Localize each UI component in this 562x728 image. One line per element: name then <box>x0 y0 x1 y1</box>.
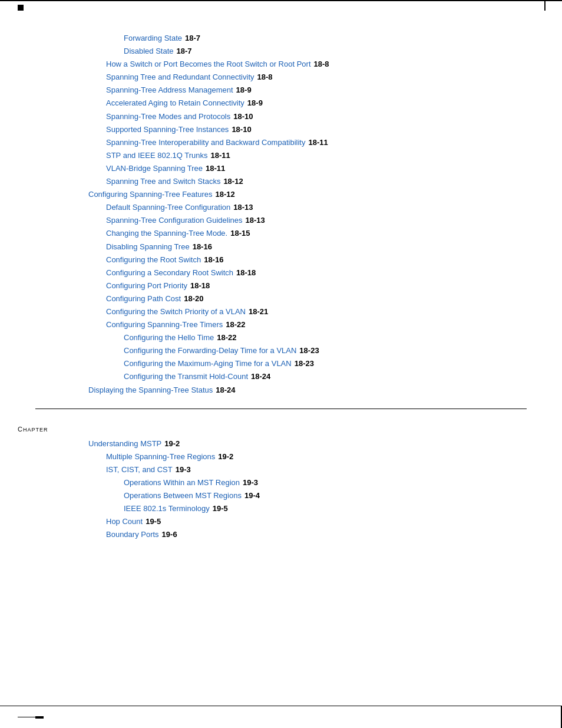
toc-link[interactable]: Configuring Port Priority <box>106 279 187 292</box>
toc-link[interactable]: Spanning-Tree Interoperability and Backw… <box>106 136 305 149</box>
toc-content: Forwarding State18-7Disabled State18-7Ho… <box>0 14 562 588</box>
toc-link[interactable]: Understanding MSTP <box>88 437 161 450</box>
toc-entry: Configuring Spanning-Tree Features18-12 <box>88 188 544 201</box>
toc-link[interactable]: Spanning-Tree Address Management <box>106 84 233 97</box>
page-num: 18-18 <box>190 279 210 292</box>
toc-entry: Spanning-Tree Configuration Guidelines18… <box>106 214 544 227</box>
toc-entry: Configuring Port Priority18-18 <box>106 279 544 292</box>
toc-link[interactable]: Configuring Path Cost <box>106 292 181 305</box>
toc-link[interactable]: STP and IEEE 802.1Q Trunks <box>106 149 207 162</box>
toc-entry: Displaying the Spanning-Tree Status18-24 <box>88 384 544 397</box>
toc-entry: VLAN-Bridge Spanning Tree18-11 <box>106 162 544 175</box>
page-num: 18-11 <box>206 162 225 175</box>
toc-entry: Configuring the Transmit Hold-Count18-24 <box>124 370 544 383</box>
toc-link[interactable]: Operations Within an MST Region <box>124 476 240 489</box>
toc-link[interactable]: How a Switch or Port Becomes the Root Sw… <box>106 58 311 71</box>
page-num: 18-16 <box>204 253 223 266</box>
toc-entry: Spanning-Tree Address Management18-9 <box>106 84 544 97</box>
page: Forwarding State18-7Disabled State18-7Ho… <box>0 0 562 728</box>
toc-entry: Configuring the Hello Time18-22 <box>124 331 544 344</box>
toc-link[interactable]: Displaying the Spanning-Tree Status <box>88 384 213 397</box>
page-num: 18-10 <box>232 123 251 136</box>
toc-link[interactable]: Configuring the Hello Time <box>124 331 214 344</box>
top-right-decoration <box>544 0 546 11</box>
toc-link[interactable]: Configuring the Root Switch <box>106 253 201 266</box>
toc-link[interactable]: VLAN-Bridge Spanning Tree <box>106 162 203 175</box>
page-num: 19-6 <box>162 528 177 541</box>
toc-entry: Configuring the Forwarding-Delay Time fo… <box>124 344 544 357</box>
toc-entry: Operations Within an MST Region19-3 <box>124 476 544 489</box>
toc-link[interactable]: Configuring the Forwarding-Delay Time fo… <box>124 344 296 357</box>
toc-entry: Hop Count19-5 <box>106 515 544 528</box>
page-num: 18-22 <box>217 331 236 344</box>
page-num: 18-24 <box>251 370 270 383</box>
toc-entry: Operations Between MST Regions19-4 <box>124 489 544 502</box>
page-num: 18-8 <box>314 58 329 71</box>
toc-entry: Disabling Spanning Tree18-16 <box>106 241 544 253</box>
toc-entry: Spanning Tree and Redundant Connectivity… <box>106 71 544 84</box>
toc-entry: How a Switch or Port Becomes the Root Sw… <box>106 58 544 71</box>
toc-link[interactable]: Supported Spanning-Tree Instances <box>106 123 229 136</box>
footer-left <box>18 716 44 719</box>
page-num: 18-24 <box>216 384 235 397</box>
toc-entry: Forwarding State18-7 <box>124 32 544 45</box>
toc-link[interactable]: Spanning Tree and Redundant Connectivity <box>106 71 254 84</box>
toc-link[interactable]: Spanning-Tree Modes and Protocols <box>106 110 230 123</box>
toc-link[interactable]: Configuring Spanning-Tree Timers <box>106 318 223 331</box>
toc-link[interactable]: Configuring the Maximum-Aging Time for a… <box>124 357 292 370</box>
page-num: 18-18 <box>236 266 256 279</box>
toc-entry: Accelerated Aging to Retain Connectivity… <box>106 97 544 110</box>
toc-link[interactable]: Hop Count <box>106 515 143 528</box>
toc-entry: Understanding MSTP19-2 <box>88 437 544 450</box>
page-num: 18-13 <box>233 201 253 214</box>
page-num: 19-2 <box>164 437 180 450</box>
page-num: 18-13 <box>246 214 265 227</box>
page-num: 18-7 <box>177 45 192 58</box>
toc-link[interactable]: Disabling Spanning Tree <box>106 241 190 253</box>
page-num: 19-3 <box>243 476 258 489</box>
toc-entry: STP and IEEE 802.1Q Trunks18-11 <box>106 149 544 162</box>
toc-entries: Forwarding State18-7Disabled State18-7Ho… <box>18 32 544 397</box>
toc-link[interactable]: Multiple Spanning-Tree Regions <box>106 450 215 463</box>
toc-link[interactable]: IST, CIST, and CST <box>106 463 173 476</box>
page-num: 18-8 <box>257 71 273 84</box>
toc-entry: Spanning-Tree Interoperability and Backw… <box>106 136 544 149</box>
page-num: 19-5 <box>213 502 228 515</box>
toc-link[interactable]: Configuring the Switch Priority of a VLA… <box>106 305 246 318</box>
toc-link[interactable]: Configuring Spanning-Tree Features <box>88 188 213 201</box>
toc-link[interactable]: Changing the Spanning-Tree Mode. <box>106 227 227 240</box>
toc-link[interactable]: Configuring a Secondary Root Switch <box>106 266 233 279</box>
toc-entry: Default Spanning-Tree Configuration18-13 <box>106 201 544 214</box>
toc-link[interactable]: Accelerated Aging to Retain Connectivity <box>106 97 244 110</box>
footer-left-line <box>18 717 35 718</box>
page-num: 19-3 <box>176 463 191 476</box>
top-bar <box>0 0 562 14</box>
toc-link[interactable]: Spanning-Tree Configuration Guidelines <box>106 214 243 227</box>
toc-link[interactable]: Forwarding State <box>124 32 182 45</box>
page-num: 18-23 <box>299 344 319 357</box>
contents-bullet-icon <box>18 5 24 11</box>
toc-link[interactable]: Boundary Ports <box>106 528 159 541</box>
page-num: 18-21 <box>249 305 268 318</box>
chapter19-entries: Understanding MSTP19-2Multiple Spanning-… <box>18 437 544 542</box>
page-num: 18-9 <box>236 84 252 97</box>
page-num: 19-2 <box>218 450 233 463</box>
toc-link[interactable]: Configuring the Transmit Hold-Count <box>124 370 248 383</box>
page-num: 18-15 <box>230 227 250 240</box>
toc-entry: Disabled State18-7 <box>124 45 544 58</box>
toc-entry: IST, CIST, and CST19-3 <box>106 463 544 476</box>
chapter-divider <box>35 409 527 409</box>
page-num: 18-20 <box>184 292 203 305</box>
toc-link[interactable]: Spanning Tree and Switch Stacks <box>106 175 220 188</box>
chapter-19-header: CHAPTER <box>18 426 544 433</box>
toc-entry: Changing the Spanning-Tree Mode.18-15 <box>106 227 544 240</box>
page-num: 18-16 <box>193 241 212 253</box>
page-num: 18-12 <box>223 175 243 188</box>
page-num: 18-12 <box>216 188 235 201</box>
toc-link[interactable]: Default Spanning-Tree Configuration <box>106 201 230 214</box>
toc-link[interactable]: Operations Between MST Regions <box>124 489 242 502</box>
page-num: 18-7 <box>185 32 200 45</box>
toc-entry: IEEE 802.1s Terminology19-5 <box>124 502 544 515</box>
toc-link[interactable]: Disabled State <box>124 45 174 58</box>
toc-link[interactable]: IEEE 802.1s Terminology <box>124 502 210 515</box>
